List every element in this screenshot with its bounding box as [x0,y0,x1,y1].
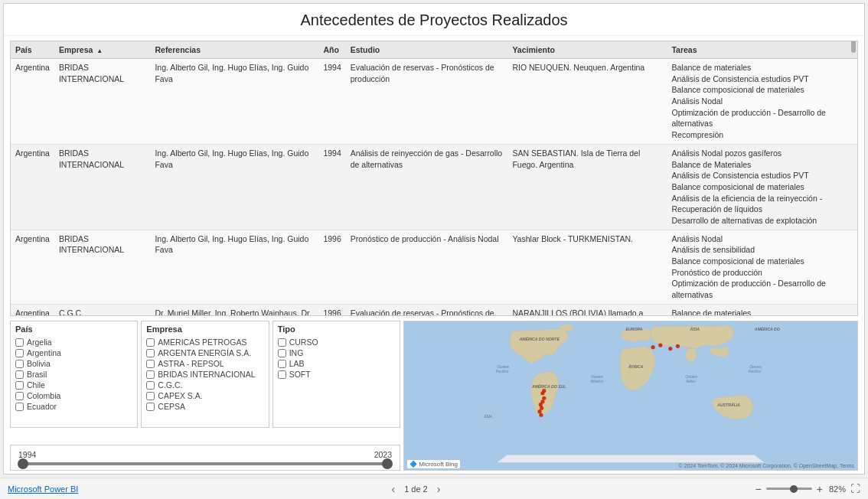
filter-item-pais[interactable]: Brasil [15,369,132,380]
empresa-checkbox[interactable] [146,392,155,400]
filter-item-empresa[interactable]: BRIDAS INTERNACIONAL [146,369,263,380]
fullscreen-icon[interactable]: ⛶ [850,483,860,494]
tipo-filter-items: CURSOINGLABSOFT [278,337,395,380]
table-cell: Argentina [11,144,54,230]
col-estudio[interactable]: Estudio [346,41,508,59]
svg-point-12 [676,344,680,348]
tipo-checkbox[interactable] [278,370,286,379]
col-yacimiento[interactable]: Yacimiento [507,41,667,59]
table-cell: RIO NEUQUEN. Neuquen. Argentina [507,59,667,145]
svg-point-5 [537,409,541,413]
table-row: ArgentinaBRIDAS INTERNACIONALIng. Albert… [11,230,857,304]
table-cell: Ing. Alberto Gil, Ing. Hugo Elías, Ing. … [150,59,318,145]
svg-text:Pacífico: Pacífico [496,370,509,373]
zoom-in-button[interactable]: + [815,483,824,495]
prev-page-button[interactable]: ‹ [388,483,398,495]
filter-tipo-title: Tipo [278,325,395,334]
map-inner: Oceano Pacífico Oceano Atlântico Oceano … [404,321,857,470]
filter-item-empresa[interactable]: ASTRA - REPSOL [146,358,263,369]
filter-item-pais[interactable]: Ecuador [15,401,132,412]
slider-max-label: 2023 [374,450,392,459]
table-row: ArgentinaBRIDAS INTERNACIONALIng. Albert… [11,59,857,145]
filter-item-tipo[interactable]: CURSO [278,337,395,347]
empresa-checkbox[interactable] [146,370,155,379]
pais-checkbox[interactable] [15,338,24,347]
svg-text:AMÉRICA DO NORTE: AMÉRICA DO NORTE [519,336,560,341]
empresa-checkbox[interactable] [146,403,155,411]
tipo-checkbox[interactable] [278,338,286,347]
svg-text:ÁSIA: ÁSIA [690,327,700,331]
filter-item-empresa[interactable]: C.G.C. [146,380,263,390]
pais-checkbox[interactable] [15,392,24,400]
next-page-button[interactable]: › [434,483,444,495]
svg-point-8 [542,389,546,393]
page-title: Antecedentes de Proyectos Realizados [4,4,864,36]
filter-item-empresa[interactable]: CEPSA [146,401,263,412]
tipo-checkbox[interactable] [278,360,286,368]
zoom-slider-track[interactable] [766,488,812,490]
scrollbar[interactable] [851,41,856,53]
table-cell: Ing. Alberto Gil, Ing. Hugo Elías, Ing. … [150,230,318,304]
filter-item-pais[interactable]: Colombia [15,390,132,401]
table-cell: SAN SEBASTIAN. Isla de Tierra del Fuego.… [507,144,667,230]
filter-item-empresa[interactable]: ARGENTA ENERGÍA S.A. [146,347,263,358]
table-row: ArgentinaBRIDAS INTERNACIONALIng. Albert… [11,144,857,230]
filter-item-empresa[interactable]: CAPEX S.A. [146,390,263,401]
table-cell: Evaluación de reservas - Pronósticos de … [346,59,508,145]
col-anio[interactable]: Año [318,41,345,59]
table-cell: BRIDAS INTERNACIONAL [54,59,151,145]
svg-text:AMÉRICA DO SUL: AMÉRICA DO SUL [531,383,566,389]
zoom-slider-thumb[interactable] [790,485,798,493]
filter-item-tipo[interactable]: ING [278,347,395,358]
pais-checkbox[interactable] [15,370,24,379]
empresa-checkbox[interactable] [146,360,155,368]
table-cell: BRIDAS INTERNACIONAL [54,230,151,304]
map-section[interactable]: Oceano Pacífico Oceano Atlântico Oceano … [403,321,858,471]
filter-item-tipo[interactable]: SOFT [278,369,395,380]
tipo-checkbox[interactable] [278,349,286,357]
col-referencias[interactable]: Referencias [150,41,318,59]
svg-text:EUROPA: EUROPA [626,327,643,331]
slider-track[interactable] [23,462,387,465]
svg-text:ÁSIA: ÁSIA [484,414,492,419]
pais-checkbox[interactable] [15,360,24,368]
empresa-checkbox[interactable] [146,349,155,357]
col-empresa[interactable]: Empresa ▲ [54,41,151,59]
col-pais[interactable]: País [11,41,54,59]
footer: Microsoft Power BI ‹ 1 de 2 › − + 82% ⛶ [0,478,868,499]
filter-box-pais: País ArgeliaArgentinaBoliviaBrasilChileC… [10,321,138,428]
page-info: 1 de 2 [404,484,428,494]
table-cell: Dr. Muriel Miller, Ing. Roberto Wainhaus… [150,304,318,316]
projects-table: País Empresa ▲ Referencias Año Estudio Y… [11,41,857,316]
filter-item-pais[interactable]: Argelia [15,337,132,347]
world-map-svg: Oceano Pacífico Oceano Atlântico Oceano … [404,321,857,470]
svg-text:Índico: Índico [686,379,696,383]
svg-point-6 [539,413,543,417]
pais-checkbox[interactable] [15,403,24,411]
bing-logo: 🔷 Microsoft Bing [407,460,460,468]
filter-item-empresa[interactable]: AMERICAS PETROGAS [146,337,263,347]
table-cell: C.G.C. [54,304,151,316]
slider-thumb-right[interactable] [382,458,393,469]
pais-checkbox[interactable] [15,349,24,357]
filter-item-pais[interactable]: Chile [15,380,132,390]
filter-item-tipo[interactable]: LAB [278,358,395,369]
filter-item-pais[interactable]: Bolivia [15,358,132,369]
zoom-out-button[interactable]: − [754,483,763,495]
filter-box-empresa: Empresa AMERICAS PETROGASARGENTA ENERGÍA… [141,321,269,428]
empresa-checkbox[interactable] [146,381,155,390]
table-cell: NARANJILLOS (BOLIVIA) llamado a licitaci… [507,304,667,316]
slider-thumb-left[interactable] [18,458,28,469]
col-tareas[interactable]: Tareas [667,41,857,59]
svg-point-1 [542,396,546,400]
pais-checkbox[interactable] [15,381,24,390]
svg-text:ÁFRICA: ÁFRICA [628,364,644,369]
empresa-checkbox[interactable] [146,338,155,347]
filters-top: País ArgeliaArgentinaBoliviaBrasilChileC… [10,321,400,442]
empresa-filter-items: AMERICAS PETROGASARGENTA ENERGÍA S.A.AST… [146,337,263,412]
table-cell: Balance de materialesAnálisis de Consist… [667,59,857,145]
filter-item-pais[interactable]: Argentina [15,347,132,358]
table-cell: Análisis de reinyección de gas - Desarro… [346,144,508,230]
powerbi-link[interactable]: Microsoft Power BI [8,484,78,494]
table-cell: Argentina [11,230,54,304]
